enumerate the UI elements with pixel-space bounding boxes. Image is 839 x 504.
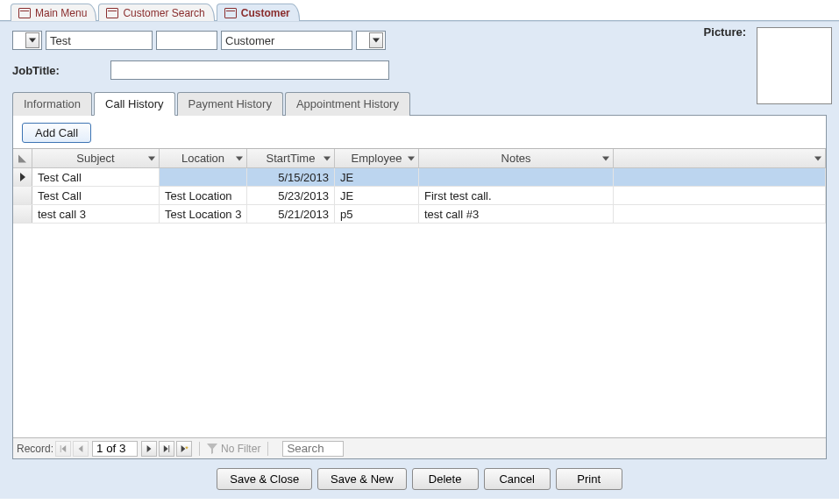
chevron-down-icon[interactable] — [369, 32, 383, 48]
chevron-down-icon[interactable] — [235, 154, 244, 163]
tab-call-history[interactable]: Call History — [94, 92, 174, 116]
save-close-button[interactable]: Save & Close — [217, 468, 312, 490]
nav-next-button[interactable] — [141, 441, 157, 457]
record-search-input[interactable] — [282, 441, 344, 457]
grid-header-row: Subject Location StartTime Employee Note… — [13, 149, 826, 168]
window-tab-label: Customer Search — [123, 7, 204, 19]
col-extra[interactable] — [614, 149, 826, 167]
tab-information[interactable]: Information — [12, 92, 92, 116]
jobtitle-label: JobTitle: — [12, 64, 60, 77]
picture-label: Picture: — [704, 25, 746, 39]
cell-subject[interactable]: test call 3 — [32, 205, 160, 223]
chevron-down-icon[interactable] — [814, 154, 822, 163]
nav-new-button[interactable]: * — [176, 441, 192, 457]
nav-prev-button[interactable] — [73, 441, 89, 457]
tab-appointment-history[interactable]: Appointment History — [285, 92, 410, 116]
print-button[interactable]: Print — [556, 468, 622, 490]
first-name-field[interactable]: Test — [46, 31, 153, 50]
cell-start[interactable]: 5/21/2013 — [247, 205, 335, 223]
cell-start[interactable]: 5/15/2013 — [247, 168, 335, 186]
cell-start[interactable]: 5/23/2013 — [247, 187, 335, 204]
chevron-down-icon[interactable] — [323, 154, 331, 163]
picture-placeholder[interactable] — [757, 27, 832, 104]
middle-name-field[interactable] — [156, 31, 217, 50]
suffix-combo[interactable] — [356, 31, 386, 50]
record-navigator: Record: * No Filter — [13, 437, 826, 458]
cell-employee[interactable]: JE — [335, 187, 419, 204]
funnel-icon — [207, 444, 217, 454]
record-position[interactable] — [92, 441, 138, 457]
call-history-grid: Subject Location StartTime Employee Note… — [13, 148, 826, 458]
prefix-combo[interactable] — [12, 31, 42, 50]
select-all-corner[interactable] — [13, 149, 32, 167]
add-call-button[interactable]: Add Call — [22, 123, 91, 143]
window-tab-bar: Main Menu Customer Search Customer — [0, 0, 839, 21]
record-label: Record: — [17, 443, 53, 455]
row-selector[interactable] — [13, 205, 32, 223]
cell-notes[interactable]: test call #3 — [419, 205, 614, 223]
table-row[interactable]: test call 3 Test Location 3 5/21/2013 p5… — [13, 205, 826, 224]
cell-location[interactable]: Test Location — [160, 187, 247, 204]
chevron-down-icon[interactable] — [407, 154, 416, 163]
table-row[interactable]: Test Call Test Location 5/23/2013 JE Fir… — [13, 187, 826, 205]
window-tab-label: Main Menu — [35, 7, 87, 19]
col-starttime[interactable]: StartTime — [247, 149, 335, 167]
form-icon — [106, 8, 118, 18]
separator — [199, 442, 200, 456]
cell-employee[interactable]: p5 — [335, 205, 419, 223]
cell-employee[interactable]: JE — [335, 168, 419, 186]
nav-last-button[interactable] — [159, 441, 174, 457]
cell-notes[interactable] — [419, 168, 614, 186]
cell-subject[interactable]: Test Call — [32, 187, 160, 204]
col-location[interactable]: Location — [160, 149, 247, 167]
cell-extra[interactable] — [614, 205, 826, 223]
grid-body[interactable]: Test Call 5/15/2013 JE Test Call Test Lo… — [13, 168, 826, 437]
jobtitle-field[interactable] — [110, 60, 389, 80]
save-new-button[interactable]: Save & New — [317, 468, 407, 490]
window-tab-label: Customer — [241, 7, 290, 19]
cell-location[interactable]: Test Location 3 — [160, 205, 247, 223]
separator — [267, 442, 268, 456]
col-employee[interactable]: Employee — [335, 149, 419, 167]
cell-subject[interactable]: Test Call — [32, 168, 160, 186]
col-notes[interactable]: Notes — [419, 149, 614, 167]
form-icon — [224, 8, 237, 18]
window-tab-customer-search[interactable]: Customer Search — [98, 4, 214, 21]
delete-button[interactable]: Delete — [412, 468, 479, 490]
form-icon — [18, 8, 31, 18]
cell-extra[interactable] — [614, 168, 826, 186]
call-history-panel: Add Call Subject Location StartTime Empl… — [12, 116, 827, 459]
chevron-down-icon[interactable] — [147, 154, 156, 163]
cell-notes[interactable]: First test call. — [419, 187, 614, 204]
row-selector[interactable] — [13, 187, 32, 204]
chevron-down-icon[interactable] — [25, 32, 39, 48]
footer-button-bar: Save & Close Save & New Delete Cancel Pr… — [0, 459, 839, 499]
cancel-button[interactable]: Cancel — [484, 468, 551, 490]
tab-payment-history[interactable]: Payment History — [177, 92, 283, 116]
cell-extra[interactable] — [614, 187, 826, 204]
nav-first-button[interactable] — [55, 441, 71, 457]
no-filter-indicator[interactable]: No Filter — [207, 443, 260, 455]
customer-header: Test Customer JobTitle: Picture: — [0, 21, 839, 91]
cell-location[interactable] — [160, 168, 247, 186]
row-selector[interactable] — [13, 168, 32, 186]
chevron-down-icon[interactable] — [601, 154, 610, 163]
last-name-field[interactable]: Customer — [221, 31, 352, 50]
col-subject[interactable]: Subject — [32, 149, 160, 167]
window-tab-customer[interactable]: Customer — [217, 4, 300, 21]
table-row[interactable]: Test Call 5/15/2013 JE — [13, 168, 826, 187]
window-tab-main-menu[interactable]: Main Menu — [11, 4, 96, 21]
